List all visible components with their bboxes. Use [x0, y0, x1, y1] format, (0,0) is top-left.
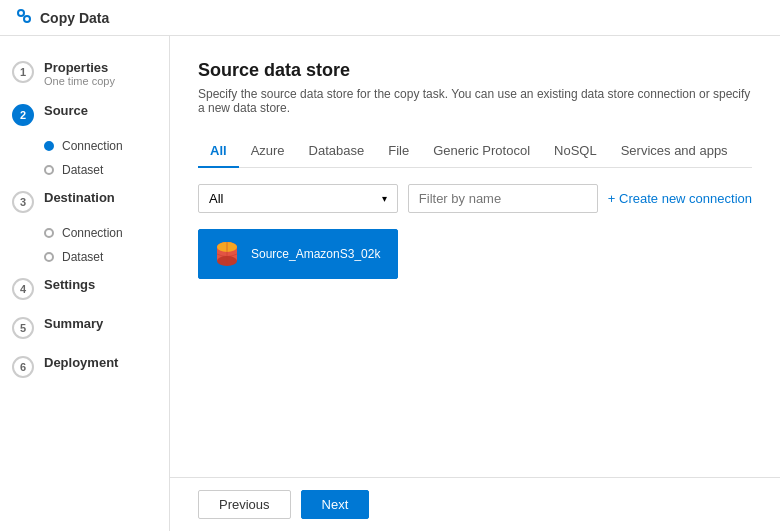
svg-point-3 [25, 17, 29, 21]
sidebar-item-properties[interactable]: 1 Properties One time copy [0, 52, 169, 95]
tab-all[interactable]: All [198, 135, 239, 168]
dataset-sub-circle [44, 165, 54, 175]
sidebar-item-summary[interactable]: 5 Summary [0, 308, 169, 347]
dest-dataset-sub-circle [44, 252, 54, 262]
sidebar: 1 Properties One time copy 2 Source Conn… [0, 36, 170, 531]
title-bar: Copy Data [0, 0, 780, 36]
connection-sub-circle [44, 141, 54, 151]
amazon-s3-icon [213, 240, 241, 268]
copy-data-icon [16, 8, 32, 27]
sidebar-item-deployment[interactable]: 6 Deployment [0, 347, 169, 386]
previous-button[interactable]: Previous [198, 490, 291, 519]
footer: Previous Next [170, 477, 780, 531]
chevron-down-icon: ▾ [382, 193, 387, 204]
step-circle-2: 2 [12, 104, 34, 126]
step-label-properties: Properties [44, 60, 115, 75]
tab-bar: All Azure Database File Generic Protocol… [198, 135, 752, 168]
sidebar-sub-dest-connection[interactable]: Connection [0, 221, 169, 245]
connection-card-label: Source_AmazonS3_02k [251, 247, 380, 261]
connection-card-amazons3[interactable]: Source_AmazonS3_02k [198, 229, 398, 279]
filter-row: All ▾ + Create new connection [198, 184, 752, 213]
step-label-summary: Summary [44, 316, 103, 331]
filter-by-name-input[interactable] [408, 184, 598, 213]
dropdown-value: All [209, 191, 223, 206]
tab-azure[interactable]: Azure [239, 135, 297, 168]
tab-file[interactable]: File [376, 135, 421, 168]
main-panel: Source data store Specify the source dat… [170, 36, 780, 531]
sidebar-item-destination[interactable]: 3 Destination [0, 182, 169, 221]
app-title: Copy Data [40, 10, 109, 26]
source-dataset-label: Dataset [62, 163, 103, 177]
step-circle-6: 6 [12, 356, 34, 378]
step-label-source: Source [44, 103, 88, 118]
panel-inner: Source data store Specify the source dat… [170, 36, 780, 477]
step-circle-5: 5 [12, 317, 34, 339]
step-label-settings: Settings [44, 277, 95, 292]
step-circle-3: 3 [12, 191, 34, 213]
sidebar-sub-source-connection[interactable]: Connection [0, 134, 169, 158]
step-circle-4: 4 [12, 278, 34, 300]
tab-nosql[interactable]: NoSQL [542, 135, 609, 168]
step-label-destination: Destination [44, 190, 115, 205]
panel-title: Source data store [198, 60, 752, 81]
step-label-deployment: Deployment [44, 355, 118, 370]
step-sub-properties: One time copy [44, 75, 115, 87]
sidebar-item-source[interactable]: 2 Source [0, 95, 169, 134]
type-dropdown[interactable]: All ▾ [198, 184, 398, 213]
sidebar-sub-dest-dataset[interactable]: Dataset [0, 245, 169, 269]
main-content: 1 Properties One time copy 2 Source Conn… [0, 36, 780, 531]
tab-generic-protocol[interactable]: Generic Protocol [421, 135, 542, 168]
step-circle-1: 1 [12, 61, 34, 83]
svg-point-2 [19, 11, 23, 15]
sidebar-sub-source-dataset[interactable]: Dataset [0, 158, 169, 182]
dest-connection-label: Connection [62, 226, 123, 240]
connections-list: Source_AmazonS3_02k [198, 229, 752, 279]
panel-description: Specify the source data store for the co… [198, 87, 752, 115]
next-button[interactable]: Next [301, 490, 370, 519]
dest-dataset-label: Dataset [62, 250, 103, 264]
source-connection-label: Connection [62, 139, 123, 153]
sidebar-item-settings[interactable]: 4 Settings [0, 269, 169, 308]
create-connection-button[interactable]: + Create new connection [608, 191, 752, 206]
tab-services-and-apps[interactable]: Services and apps [609, 135, 740, 168]
tab-database[interactable]: Database [297, 135, 377, 168]
dest-connection-sub-circle [44, 228, 54, 238]
